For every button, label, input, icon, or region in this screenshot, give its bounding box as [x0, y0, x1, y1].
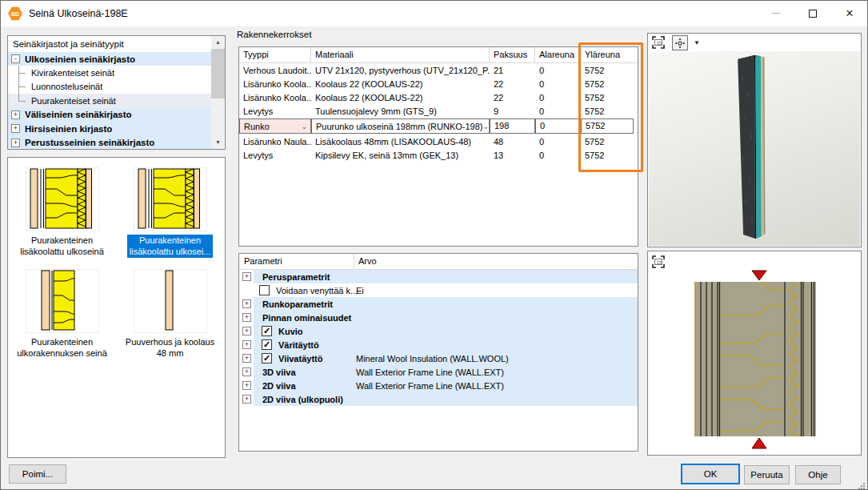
parameter-row[interactable]: +✓Kuvio	[239, 324, 638, 338]
ok-button[interactable]: OK	[681, 464, 740, 484]
wall-type-thumbnail[interactable]: Puurakenteinenlisäkoolattu ulkosei...	[116, 167, 224, 258]
checkbox-checked-icon[interactable]: ✓	[262, 339, 272, 350]
close-button[interactable]: ×	[831, 1, 868, 26]
bottom-edge-input[interactable]: 0	[535, 118, 581, 134]
cancel-button[interactable]: Peruuta	[744, 465, 790, 484]
wall-type-image	[26, 269, 99, 333]
parameter-label: Perusparametrit	[262, 272, 330, 282]
col-ylareuna[interactable]: Yläreuna	[581, 47, 638, 62]
parameter-row[interactable]: Voidaan venyttää k...Ei	[239, 283, 638, 297]
wall-type-thumbnail[interactable]: Puurakenteinenulkorakennuksen seinä	[8, 269, 116, 359]
wall-type-thumbnail[interactable]: Puuverhous ja koolaus48 mm	[116, 269, 224, 359]
expand-toggle-icon[interactable]: +	[242, 327, 251, 335]
scrollbar-thumb[interactable]	[211, 49, 225, 98]
tree-item-label: Puurakenteiset seinät	[31, 96, 116, 106]
layer-type-cell: Lisärunko Koola...	[239, 79, 311, 89]
parameter-value: Wall Exterior Frame Line (WALL.EXT)	[356, 381, 504, 391]
expand-toggle-icon[interactable]: -	[11, 54, 20, 63]
tree-item[interactable]: Luonnosteluseinät	[8, 80, 225, 94]
layer-row[interactable]: Lisärunko Naula...Lisäkoolaus 48mm (LISA…	[239, 135, 638, 148]
fit-view-icon[interactable]	[651, 35, 666, 50]
app-icon: BD	[8, 6, 22, 21]
expand-toggle-icon[interactable]: +	[242, 313, 251, 322]
parameter-label: 2D viiva	[262, 381, 296, 391]
parameter-row[interactable]: +Pinnan ominaisuudet	[239, 311, 638, 324]
wall-type-image	[134, 269, 207, 333]
combo-chevron-icon: ⌄	[301, 122, 307, 131]
dropdown-arrow-icon[interactable]: ▼	[694, 39, 700, 46]
parameter-row[interactable]: +3D viivaWall Exterior Frame Line (WALL.…	[239, 365, 638, 379]
parameters-table-header: Parametri Arvo	[239, 254, 638, 270]
expand-toggle-icon[interactable]: +	[11, 124, 20, 133]
maximize-button[interactable]	[794, 1, 831, 26]
layer-top-edge-cell: 5752	[581, 137, 638, 147]
parameter-row[interactable]: +Runkoparametrit	[239, 297, 638, 311]
preview-3d-viewport[interactable]	[649, 51, 860, 246]
scroll-up-icon[interactable]: ▲	[211, 36, 225, 49]
col-parametri[interactable]: Parametri	[244, 256, 282, 266]
expand-toggle-icon[interactable]: +	[242, 368, 251, 376]
thickness-input[interactable]: 198	[490, 118, 535, 134]
col-alareuna[interactable]: Alareuna	[535, 47, 581, 62]
tree-item-label: Hirsiseinien kirjasto	[25, 124, 112, 134]
checkbox-checked-icon[interactable]: ✓	[262, 326, 272, 336]
expand-toggle-icon[interactable]: +	[11, 110, 20, 119]
layer-row[interactable]: LevytysKipsilevy EK, seinä 13mm (GEK_13)…	[239, 148, 638, 162]
parameter-row[interactable]: +Perusparametrit	[239, 270, 638, 283]
layer-material-cell: Koolaus 22 (KOOLAUS-22)	[311, 93, 490, 102]
layer-thickness-cell: 21	[490, 66, 535, 75]
combo-value: Puurunko ulkoseinä 198mm (RUNKO-198)	[316, 122, 482, 131]
checkbox-unchecked-icon[interactable]	[259, 285, 270, 295]
layer-material-combobox[interactable]: Puurunko ulkoseinä 198mm (RUNKO-198)⌄	[311, 118, 490, 134]
parameter-row[interactable]: +✓ViivatäyttöMineral Wool Insulation (WA…	[239, 351, 638, 365]
preview-toolbar: ▼	[648, 34, 861, 51]
poimi-button[interactable]: Poimi...	[9, 464, 66, 484]
wall-type-image	[134, 167, 207, 231]
checkbox-checked-icon[interactable]: ✓	[262, 353, 272, 363]
layer-row[interactable]: Lisärunko Koola...Koolaus 22 (KOOLAUS-22…	[239, 90, 638, 104]
resize-grip[interactable]	[858, 479, 866, 486]
minimize-button[interactable]	[758, 1, 794, 26]
tree-item[interactable]: Kivirakenteiset seinät	[8, 66, 225, 79]
parameter-row[interactable]: +✓Väritäyttö	[239, 338, 638, 351]
parameter-row[interactable]: +2D viiva (ulkopuoli)	[239, 392, 638, 406]
tree-item[interactable]: -Ulkoseinien seinäkirjasto	[8, 52, 225, 66]
layer-top-edge-cell: 5752	[581, 106, 638, 116]
tree-scrollbar[interactable]: ▲ ▼	[211, 36, 225, 149]
preview-2d-viewport[interactable]	[649, 267, 860, 454]
tree-item[interactable]: +Väliseinien seinäkirjasto	[8, 108, 225, 122]
tree-item[interactable]: +Perustusseinien seinäkirjasto	[8, 135, 225, 149]
col-tyyppi[interactable]: Tyyppi	[239, 47, 311, 62]
layer-row-selected[interactable]: Runko⌄Puurunko ulkoseinä 198mm (RUNKO-19…	[239, 118, 638, 135]
parameter-value: Ei	[356, 286, 364, 295]
layer-row[interactable]: Verhous Laudoit...UTV 21x120, pystyverho…	[239, 63, 638, 77]
wall-type-label-line1: Puurakenteinen	[17, 337, 107, 348]
col-paksuus[interactable]: Paksuus	[490, 47, 535, 62]
expand-toggle-icon[interactable]: +	[242, 299, 251, 308]
expand-toggle-icon[interactable]: +	[242, 272, 251, 281]
layer-material-cell: UTV 21x120, pystyverhous (UTV_21x120_P..…	[311, 66, 490, 75]
layer-row[interactable]: Lisärunko Koola...Koolaus 22 (KOOLAUS-22…	[239, 77, 638, 90]
layer-type-combobox[interactable]: Runko⌄	[239, 118, 311, 134]
layer-type-cell: Lisärunko Naula...	[239, 137, 311, 147]
parameter-row[interactable]: +2D viivaWall Exterior Frame Line (WALL.…	[239, 379, 638, 392]
minimize-icon	[772, 13, 780, 14]
col-arvo[interactable]: Arvo	[358, 256, 377, 266]
col-materiaali[interactable]: Materiaali	[311, 47, 490, 62]
expand-toggle-icon[interactable]: +	[11, 139, 20, 147]
expand-toggle-icon[interactable]: +	[242, 340, 251, 349]
layer-row[interactable]: LevytysTuulensuojalevy 9mm (GTS_9)905752	[239, 104, 638, 118]
expand-toggle-icon[interactable]: +	[242, 354, 251, 363]
wall-type-thumbnail[interactable]: Puurakenteinenlisäkoolattu ulkoseinä	[8, 167, 116, 258]
expand-toggle-icon[interactable]: +	[242, 395, 251, 404]
scroll-down-icon[interactable]: ▼	[211, 136, 225, 149]
pan-button[interactable]	[672, 35, 688, 50]
help-button[interactable]: Ohje	[795, 465, 841, 484]
tree-item[interactable]: Puurakenteiset seinät	[8, 94, 225, 107]
expand-toggle-icon[interactable]: +	[242, 381, 251, 390]
layers-table-header: Tyyppi Materiaali Paksuus Alareuna Yläre…	[239, 47, 638, 63]
tree-item[interactable]: +Hirsiseinien kirjasto	[8, 122, 225, 135]
top-edge-input[interactable]: 5752	[581, 118, 634, 134]
combo-chevron-icon: ⌄	[482, 122, 489, 131]
parameter-label: Kuvio	[278, 327, 303, 336]
